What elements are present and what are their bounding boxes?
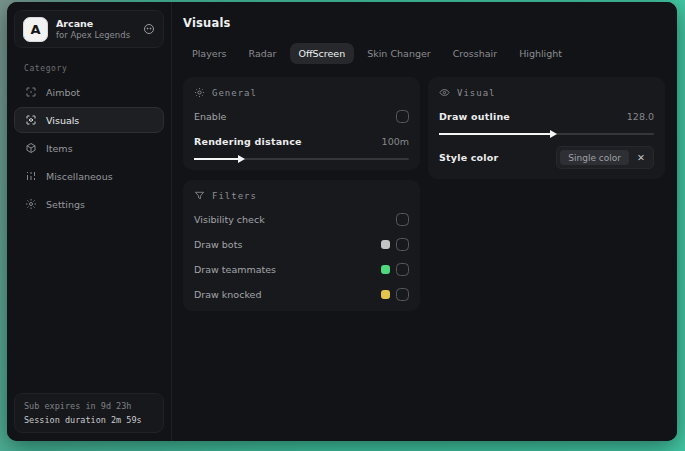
sidebar-item-label: Settings [46, 199, 85, 210]
draw-outline-slider[interactable] [439, 133, 654, 135]
remove-tag-icon[interactable]: ✕ [637, 153, 645, 163]
left-column: General Enable Rendering distance 100m [183, 77, 420, 311]
right-column: Visual Draw outline 128.0 Style color Si… [428, 77, 665, 179]
sidebar-item-miscellaneous[interactable]: Miscellaneous [14, 163, 164, 189]
draw-knocked-color-swatch[interactable] [381, 290, 390, 299]
app-logo: A [23, 17, 48, 42]
session-duration-text: Session duration 2m 59s [24, 415, 154, 425]
visual-panel-header: Visual [439, 87, 654, 98]
brand-text: Arcane for Apex Legends [56, 18, 135, 41]
rendering-distance-row: Rendering distance 100m [194, 134, 409, 148]
tab-crosshair[interactable]: Crosshair [444, 43, 506, 64]
sidebar-item-aimbot[interactable]: Aimbot [14, 79, 164, 105]
rendering-distance-slider[interactable] [194, 158, 409, 160]
app-window: A Arcane for Apex Legends Category Aimbo… [7, 2, 677, 441]
tab-radar[interactable]: Radar [240, 43, 286, 64]
page-title: Visuals [183, 16, 665, 30]
sidebar-item-label: Visuals [46, 115, 79, 126]
gear-icon [25, 198, 37, 210]
draw-outline-value: 128.0 [627, 111, 654, 122]
general-panel-header: General [194, 87, 409, 98]
draw-bots-color-swatch[interactable] [381, 240, 390, 249]
style-color-select[interactable]: Single color ✕ [556, 146, 654, 169]
scan-eye-icon [25, 114, 37, 126]
gear-icon [194, 87, 205, 98]
main-content: Visuals Players Radar OffScreen Skin Cha… [172, 2, 677, 441]
tab-offscreen[interactable]: OffScreen [290, 43, 355, 64]
draw-knocked-checkbox[interactable] [396, 288, 409, 301]
sidebar-item-label: Items [46, 143, 73, 154]
app-title: Arcane [56, 18, 135, 30]
columns-icon [25, 170, 37, 182]
draw-bots-row: Draw bots [194, 237, 409, 251]
draw-outline-label: Draw outline [439, 111, 510, 122]
crosshair-icon [25, 86, 37, 98]
tab-highlight[interactable]: Highlight [510, 43, 571, 64]
rendering-distance-value: 100m [382, 136, 409, 147]
style-color-label: Style color [439, 152, 498, 163]
visual-panel-title: Visual [457, 88, 496, 98]
app-subtitle: for Apex Legends [56, 30, 135, 41]
sidebar-item-visuals[interactable]: Visuals [14, 107, 164, 133]
sidebar-item-label: Aimbot [46, 87, 80, 98]
draw-teammates-label: Draw teammates [194, 264, 276, 275]
enable-checkbox[interactable] [396, 110, 409, 123]
package-icon [25, 142, 37, 154]
draw-knocked-label: Draw knocked [194, 289, 261, 300]
panels-grid: General Enable Rendering distance 100m [183, 77, 665, 311]
sidebar-item-label: Miscellaneous [46, 171, 113, 182]
subscription-info-card: Sub expires in 9d 23h Session duration 2… [14, 393, 164, 433]
draw-knocked-row: Draw knocked [194, 287, 409, 301]
visibility-check-label: Visibility check [194, 214, 265, 225]
visibility-check-checkbox[interactable] [396, 213, 409, 226]
draw-outline-row: Draw outline 128.0 [439, 109, 654, 123]
draw-teammates-checkbox[interactable] [396, 263, 409, 276]
general-panel-title: General [212, 88, 257, 98]
rendering-distance-label: Rendering distance [194, 136, 302, 147]
slider-fill [194, 158, 239, 160]
sidebar-nav: Aimbot Visuals Items [14, 79, 164, 217]
style-color-tag[interactable]: Single color [560, 150, 629, 165]
visibility-check-row: Visibility check [194, 212, 409, 226]
sub-expires-text: Sub expires in 9d 23h [24, 401, 154, 411]
draw-bots-label: Draw bots [194, 239, 242, 250]
sidebar-item-settings[interactable]: Settings [14, 191, 164, 217]
general-panel: General Enable Rendering distance 100m [183, 77, 420, 170]
discord-icon[interactable] [143, 23, 155, 35]
tab-players[interactable]: Players [183, 43, 236, 64]
filters-panel: Filters Visibility check Draw bots [183, 180, 420, 311]
category-label: Category [24, 64, 164, 73]
slider-fill [439, 133, 551, 135]
enable-row: Enable [194, 109, 409, 123]
visual-panel: Visual Draw outline 128.0 Style color Si… [428, 77, 665, 179]
filters-panel-title: Filters [212, 191, 257, 201]
sidebar: A Arcane for Apex Legends Category Aimbo… [7, 2, 172, 441]
enable-label: Enable [194, 111, 226, 122]
style-color-row: Style color Single color ✕ [439, 146, 654, 169]
tab-bar: Players Radar OffScreen Skin Changer Cro… [183, 43, 665, 64]
draw-teammates-color-swatch[interactable] [381, 265, 390, 274]
filter-funnel-icon [194, 190, 205, 201]
filters-panel-header: Filters [194, 190, 409, 201]
sidebar-item-items[interactable]: Items [14, 135, 164, 161]
eye-icon [439, 87, 450, 98]
tab-skin-changer[interactable]: Skin Changer [358, 43, 440, 64]
draw-bots-checkbox[interactable] [396, 238, 409, 251]
draw-teammates-row: Draw teammates [194, 262, 409, 276]
app-brand-card: A Arcane for Apex Legends [14, 10, 164, 48]
